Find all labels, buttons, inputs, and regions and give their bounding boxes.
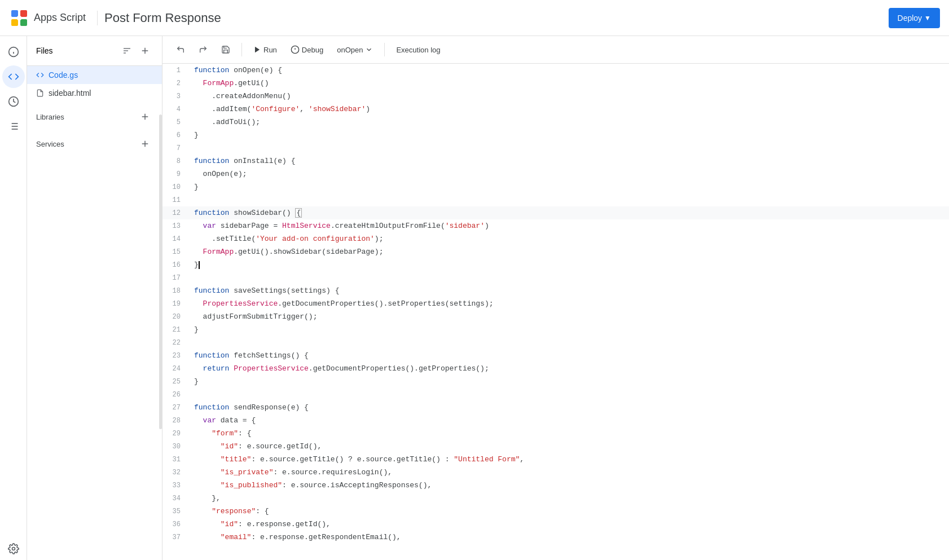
line-number: 17: [162, 271, 190, 284]
table-row: 8 function onInstall(e) {: [162, 155, 949, 167]
undo-icon: [176, 45, 185, 54]
line-code: [190, 336, 949, 349]
plus-library-icon: [140, 112, 150, 122]
file-name-sidebar: sidebar.html: [49, 89, 91, 98]
panel-scrollbar: [159, 114, 162, 429]
line-number: 15: [162, 245, 190, 258]
file-item-code[interactable]: Code.gs: [27, 66, 162, 84]
services-label: Services: [36, 140, 64, 148]
line-code: FormApp.getUi(): [190, 77, 949, 90]
line-number: 25: [162, 375, 190, 388]
editor-area[interactable]: 1 function onOpen(e) { 2 FormApp.getUi()…: [162, 64, 949, 560]
line-code: var sidebarPage = HtmlService.createHtml…: [190, 219, 949, 232]
deploy-button[interactable]: Deploy ▼: [889, 8, 940, 28]
line-number: 37: [162, 531, 190, 544]
table-row: 14 .setTitle('Your add-on configuration'…: [162, 232, 949, 245]
line-code: }: [190, 129, 949, 142]
sidebar-item-executions[interactable]: [2, 115, 25, 138]
apps-script-logo: [9, 8, 29, 28]
table-row: 19 PropertiesService.getDocumentProperti…: [162, 297, 949, 310]
undo-button[interactable]: [172, 41, 190, 59]
svg-marker-25: [255, 47, 260, 53]
line-number: 6: [162, 129, 190, 142]
sort-icon: [122, 46, 131, 55]
line-number: 4: [162, 103, 190, 116]
line-number: 19: [162, 297, 190, 310]
svg-point-15: [12, 548, 15, 550]
line-code: [190, 193, 949, 206]
table-row: 10 }: [162, 180, 949, 193]
line-number: 34: [162, 492, 190, 505]
line-number: 18: [162, 284, 190, 297]
line-code: function sendResponse(e) {: [190, 401, 949, 414]
file-item-sidebar[interactable]: sidebar.html: [27, 84, 162, 102]
line-code: .createAddonMenu(): [190, 90, 949, 103]
debug-button[interactable]: Debug: [286, 41, 328, 59]
table-row: 7: [162, 142, 949, 155]
table-row: 30 "id": e.source.getId(),: [162, 440, 949, 453]
app-header: Apps Script Post Form Response Deploy ▼: [0, 0, 949, 36]
sidebar-item-settings[interactable]: [2, 537, 25, 560]
file-panel-title: Files: [36, 46, 53, 55]
line-code: function fetchSettings() {: [190, 349, 949, 362]
line-number: 11: [162, 193, 190, 206]
line-code: var data = {: [190, 414, 949, 427]
add-library-button[interactable]: [137, 109, 153, 125]
table-row: 32 "is_private": e.source.requiresLogin(…: [162, 466, 949, 479]
chevron-down-icon: [365, 46, 373, 54]
execution-log-label: Execution log: [396, 46, 440, 54]
app-logo: Apps Script: [9, 8, 86, 28]
file-panel-header: Files: [27, 36, 162, 66]
line-code: onOpen(e);: [190, 167, 949, 180]
header-left: Apps Script Post Form Response: [9, 8, 221, 28]
line-number: 12: [162, 206, 190, 219]
execution-log-button[interactable]: Execution log: [392, 41, 445, 59]
main-layout: Files Code.gs sidebar.html Libraries: [0, 36, 949, 560]
debug-icon: [291, 45, 300, 54]
sidebar-item-editor[interactable]: [2, 65, 25, 88]
line-number: 14: [162, 232, 190, 245]
line-number: 36: [162, 518, 190, 531]
run-button[interactable]: Run: [249, 41, 282, 59]
add-file-button[interactable]: [137, 43, 153, 59]
table-row: 12 function showSidebar() {: [162, 206, 949, 219]
table-row: 17: [162, 271, 949, 284]
services-section-header: Services: [27, 131, 162, 156]
file-panel: Files Code.gs sidebar.html Libraries: [27, 36, 162, 560]
function-selector[interactable]: onOpen: [332, 41, 377, 59]
gear-icon: [8, 543, 19, 554]
line-code: "form": {: [190, 427, 949, 440]
file-panel-actions: [119, 43, 153, 59]
sidebar-item-info[interactable]: [2, 41, 25, 63]
table-row: 20 adjustFormSubmitTrigger();: [162, 310, 949, 323]
line-code: [190, 142, 949, 155]
line-number: 2: [162, 77, 190, 90]
file-code-icon: [36, 71, 44, 79]
table-row: 35 "response": {: [162, 505, 949, 518]
libraries-label: Libraries: [36, 113, 64, 121]
sidebar-item-triggers[interactable]: [2, 90, 25, 113]
line-code: function saveSettings(settings) {: [190, 284, 949, 297]
line-number: 5: [162, 116, 190, 129]
line-code: return PropertiesService.getDocumentProp…: [190, 362, 949, 375]
add-service-button[interactable]: [137, 136, 153, 152]
line-number: 32: [162, 466, 190, 479]
redo-button[interactable]: [194, 41, 212, 59]
line-number: 9: [162, 167, 190, 180]
table-row: 13 var sidebarPage = HtmlService.createH…: [162, 219, 949, 232]
table-row: 11: [162, 193, 949, 206]
save-button[interactable]: [217, 41, 235, 59]
line-code: [190, 388, 949, 401]
line-number: 28: [162, 414, 190, 427]
table-row: 29 "form": {: [162, 427, 949, 440]
code-editor[interactable]: 1 function onOpen(e) { 2 FormApp.getUi()…: [162, 64, 949, 560]
line-code: .addItem('Configure', 'showSidebar'): [190, 103, 949, 116]
sort-files-button[interactable]: [119, 43, 135, 59]
line-code: "id": e.source.getId(),: [190, 440, 949, 453]
line-number: 26: [162, 388, 190, 401]
line-code: "is_published": e.source.isAcceptingResp…: [190, 479, 949, 492]
debug-label: Debug: [302, 46, 323, 54]
line-code: }: [190, 180, 949, 193]
file-html-icon: [36, 89, 44, 97]
table-row: 25 }: [162, 375, 949, 388]
